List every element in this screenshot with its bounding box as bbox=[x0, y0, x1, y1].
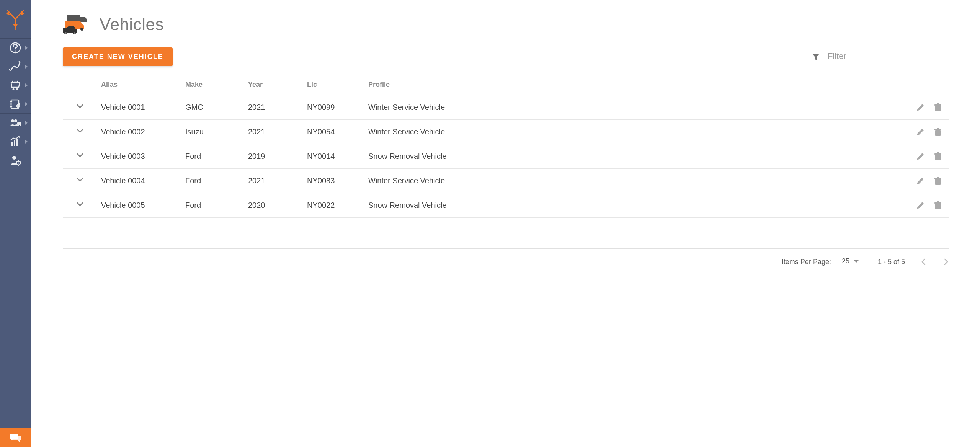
cell-lic: NY0054 bbox=[303, 120, 364, 144]
contacts-icon bbox=[9, 98, 22, 111]
next-page-button[interactable] bbox=[942, 258, 949, 265]
create-vehicle-button[interactable]: CREATE NEW VEHICLE bbox=[63, 47, 173, 66]
svg-rect-44 bbox=[935, 204, 941, 209]
cell-make: Ford bbox=[181, 169, 244, 193]
cell-alias: Vehicle 0004 bbox=[97, 169, 181, 193]
table-header-make[interactable]: Make bbox=[181, 76, 244, 95]
cell-alias: Vehicle 0002 bbox=[97, 120, 181, 144]
svg-point-14 bbox=[11, 119, 14, 122]
dropdown-icon bbox=[853, 258, 859, 264]
cell-year: 2019 bbox=[244, 144, 303, 169]
edit-button[interactable] bbox=[916, 201, 925, 210]
table-row: Vehicle 0005Ford2020NY0022Snow Removal V… bbox=[63, 193, 949, 218]
cell-make: Isuzu bbox=[181, 120, 244, 144]
team-icon bbox=[9, 116, 22, 129]
expand-row-button[interactable] bbox=[76, 200, 84, 210]
nav-analytics[interactable] bbox=[0, 132, 31, 151]
cell-lic: NY0014 bbox=[303, 144, 364, 169]
edit-button[interactable] bbox=[916, 176, 925, 186]
prev-page-button[interactable] bbox=[920, 258, 927, 265]
nav-routes[interactable] bbox=[0, 57, 31, 76]
trash-icon bbox=[933, 176, 942, 186]
chevron-down-icon bbox=[76, 200, 84, 209]
table-header-alias[interactable]: Alias bbox=[97, 76, 181, 95]
svg-marker-22 bbox=[19, 136, 20, 138]
app-logo bbox=[0, 0, 31, 38]
main-content: Vehicles CREATE NEW VEHICLE Alias Make Y… bbox=[31, 0, 980, 447]
items-per-page-select[interactable]: 25 bbox=[840, 256, 861, 267]
filter-input[interactable] bbox=[827, 50, 949, 64]
items-per-page-label: Items Per Page: bbox=[782, 258, 831, 266]
svg-rect-26 bbox=[67, 15, 80, 22]
svg-point-25 bbox=[18, 163, 19, 164]
filter-group bbox=[812, 50, 949, 64]
svg-rect-34 bbox=[937, 103, 939, 104]
cell-lic: NY0099 bbox=[303, 95, 364, 120]
table-header-year[interactable]: Year bbox=[244, 76, 303, 95]
chat-icon bbox=[9, 431, 22, 444]
row-actions bbox=[903, 201, 946, 210]
svg-rect-32 bbox=[935, 106, 941, 111]
svg-point-31 bbox=[74, 32, 75, 34]
cell-lic: NY0022 bbox=[303, 193, 364, 218]
expand-row-button[interactable] bbox=[76, 176, 84, 186]
expand-row-button[interactable] bbox=[76, 127, 84, 137]
cell-profile: Winter Service Vehicle bbox=[364, 120, 900, 144]
svg-rect-35 bbox=[935, 130, 941, 136]
table-row: Vehicle 0003Ford2019NY0014Snow Removal V… bbox=[63, 144, 949, 169]
svg-point-7 bbox=[15, 50, 16, 51]
user-settings-icon bbox=[9, 154, 22, 167]
nav-user-settings[interactable] bbox=[0, 151, 31, 170]
svg-rect-45 bbox=[934, 202, 941, 204]
svg-rect-19 bbox=[11, 142, 13, 146]
expand-row-button[interactable] bbox=[76, 151, 84, 162]
svg-rect-41 bbox=[935, 179, 941, 185]
cell-profile: Snow Removal Vehicle bbox=[364, 193, 900, 218]
delete-button[interactable] bbox=[933, 103, 942, 112]
table-header-profile[interactable]: Profile bbox=[364, 76, 900, 95]
cell-lic: NY0083 bbox=[303, 169, 364, 193]
delete-button[interactable] bbox=[933, 201, 942, 210]
delete-button[interactable] bbox=[933, 127, 942, 137]
table-row: Vehicle 0001GMC2021NY0099Winter Service … bbox=[63, 95, 949, 120]
svg-rect-36 bbox=[934, 129, 941, 130]
table-header-lic[interactable]: Lic bbox=[303, 76, 364, 95]
nav-contacts[interactable] bbox=[0, 95, 31, 113]
table-row: Vehicle 0004Ford2021NY0083Winter Service… bbox=[63, 169, 949, 193]
cell-year: 2020 bbox=[244, 193, 303, 218]
delete-button[interactable] bbox=[933, 176, 942, 186]
svg-rect-38 bbox=[935, 155, 941, 160]
pencil-icon bbox=[916, 152, 925, 161]
cell-alias: Vehicle 0003 bbox=[97, 144, 181, 169]
pencil-icon bbox=[916, 103, 925, 112]
nav-team[interactable] bbox=[0, 113, 31, 132]
svg-point-17 bbox=[18, 125, 19, 126]
chevron-right-icon bbox=[25, 102, 28, 106]
svg-marker-8 bbox=[18, 61, 21, 63]
edit-button[interactable] bbox=[916, 152, 925, 161]
svg-marker-9 bbox=[9, 69, 11, 72]
edit-button[interactable] bbox=[916, 127, 925, 137]
chevron-right-icon bbox=[25, 65, 28, 69]
cell-make: Ford bbox=[181, 193, 244, 218]
trash-icon bbox=[933, 103, 942, 112]
svg-point-27 bbox=[80, 28, 83, 31]
cell-year: 2021 bbox=[244, 95, 303, 120]
nav-help[interactable] bbox=[0, 38, 31, 57]
cell-profile: Winter Service Vehicle bbox=[364, 95, 900, 120]
expand-row-button[interactable] bbox=[76, 102, 84, 113]
chevron-right-icon bbox=[25, 121, 28, 125]
chat-button[interactable] bbox=[0, 428, 31, 447]
chevron-right-icon bbox=[942, 258, 949, 265]
table-header-row: Alias Make Year Lic Profile bbox=[63, 76, 949, 95]
svg-rect-46 bbox=[937, 201, 939, 202]
svg-point-11 bbox=[16, 88, 18, 90]
edit-button[interactable] bbox=[916, 103, 925, 112]
svg-rect-16 bbox=[17, 122, 21, 125]
nav-orders[interactable] bbox=[0, 76, 31, 95]
chevron-down-icon bbox=[76, 127, 84, 135]
delete-button[interactable] bbox=[933, 152, 942, 161]
svg-point-4 bbox=[23, 10, 24, 11]
svg-rect-21 bbox=[16, 139, 18, 146]
toolbar: CREATE NEW VEHICLE bbox=[63, 47, 949, 66]
